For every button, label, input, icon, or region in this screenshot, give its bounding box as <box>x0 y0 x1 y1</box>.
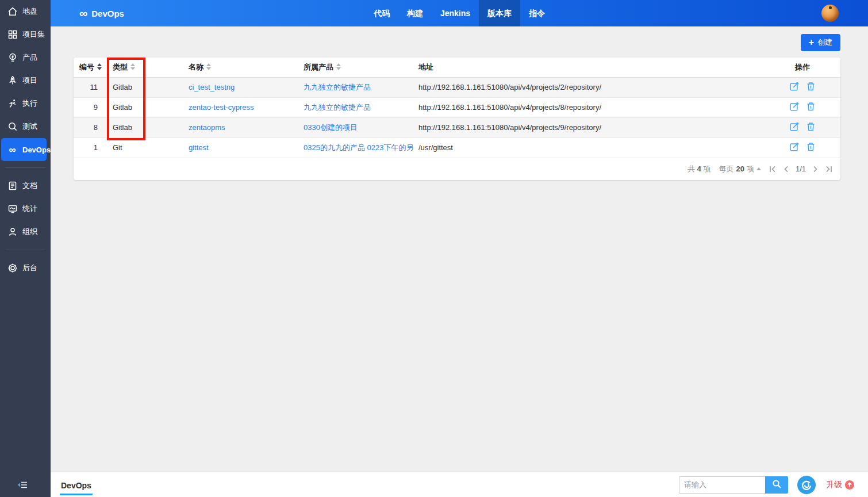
person-icon <box>7 227 18 238</box>
sidebar-item-label: 执行 <box>22 98 37 109</box>
main-content: + 创建 编号 类型 名称 所属产品 地址 操作 11 Gitlab ci_t <box>51 26 868 472</box>
search-icon <box>772 479 782 491</box>
last-page-icon[interactable] <box>825 166 832 173</box>
cell-id: 11 <box>74 77 107 97</box>
home-icon <box>7 6 18 17</box>
next-page-icon[interactable] <box>813 166 818 173</box>
delete-icon[interactable] <box>806 122 815 133</box>
app-brand-label: DevOps <box>91 9 124 18</box>
col-header-product[interactable]: 所属产品 <box>298 58 413 77</box>
product-link[interactable]: 九九独立的敏捷产品 <box>304 83 371 91</box>
tab-code[interactable]: 代码 <box>365 0 398 26</box>
col-header-type[interactable]: 类型 <box>107 58 183 77</box>
product-link[interactable]: 九九独立的敏捷产品 <box>304 103 371 112</box>
sidebar-item-program[interactable]: 项目集 <box>0 23 51 46</box>
sidebar-divider <box>5 250 45 250</box>
product-link[interactable]: 0325的九九的产品 0223下午的另 <box>304 143 413 152</box>
footer-app-tab-devops[interactable]: DevOps <box>60 475 93 495</box>
search-button[interactable] <box>765 476 788 494</box>
table-header-row: 编号 类型 名称 所属产品 地址 操作 <box>74 58 840 77</box>
col-header-id[interactable]: 编号 <box>74 58 107 77</box>
repository-table-card: 编号 类型 名称 所属产品 地址 操作 11 Gitlab ci_test_te… <box>74 58 840 180</box>
cell-type: Gitlab <box>107 117 183 137</box>
edit-icon[interactable] <box>790 142 799 153</box>
repo-name-link[interactable]: zentao-test-cypress <box>189 103 254 112</box>
infinity-icon: ∞ <box>79 7 87 20</box>
sidebar-item-product[interactable]: 产品 <box>0 46 51 69</box>
per-page-selector[interactable]: 每页 20 项 <box>719 164 761 174</box>
footer-bar: DevOps 升级 <box>51 472 868 497</box>
sidebar-item-dashboard[interactable]: 地盘 <box>0 0 51 23</box>
zentao-logo-icon[interactable] <box>797 476 816 494</box>
user-avatar[interactable] <box>821 5 839 22</box>
caret-up-icon <box>756 167 761 170</box>
plus-icon: + <box>809 38 814 47</box>
upgrade-label: 升级 <box>826 480 842 490</box>
edit-icon[interactable] <box>790 102 799 113</box>
tab-repository[interactable]: 版本库 <box>479 0 520 26</box>
sort-icon[interactable] <box>206 63 211 70</box>
sidebar-collapse-icon[interactable] <box>17 480 29 492</box>
table-row: 1 Git gittest 0325的九九的产品 0223下午的另 /usr/g… <box>74 137 840 158</box>
sidebar-item-label: 地盘 <box>22 6 37 17</box>
footer-search <box>679 476 788 494</box>
cell-url: /usr/gittest <box>413 137 765 158</box>
sidebar-item-admin[interactable]: 后台 <box>0 257 51 280</box>
sidebar: 地盘 项目集 产品 项目 执行 测试 ∞ DevOps <box>0 0 51 497</box>
tab-command[interactable]: 指令 <box>520 0 554 26</box>
cell-url: http://192.168.1.161:51080/api/v4/projec… <box>413 77 765 97</box>
edit-icon[interactable] <box>790 122 799 133</box>
cell-id: 9 <box>74 97 107 117</box>
pagination: 共 4 项 每页 20 项 1/1 <box>74 158 840 180</box>
edit-icon[interactable] <box>790 82 799 93</box>
repo-name-link[interactable]: zentaopms <box>189 123 225 132</box>
sidebar-item-project[interactable]: 项目 <box>0 69 51 92</box>
repo-name-link[interactable]: gittest <box>189 143 209 152</box>
col-header-url: 地址 <box>413 58 765 77</box>
cell-url: http://192.168.1.161:51080/api/v4/projec… <box>413 97 765 117</box>
cell-id: 1 <box>74 137 107 158</box>
document-icon <box>7 181 18 192</box>
magnifier-icon <box>7 121 18 132</box>
prev-page-icon[interactable] <box>783 166 789 173</box>
sidebar-item-label: 文档 <box>22 181 37 191</box>
col-header-name[interactable]: 名称 <box>183 58 298 77</box>
create-button-label: 创建 <box>817 37 832 48</box>
cell-type: Gitlab <box>107 97 183 117</box>
repo-name-link[interactable]: ci_test_testng <box>189 83 235 91</box>
top-navbar: ∞ DevOps 代码 构建 Jenkins 版本库 指令 <box>51 0 868 26</box>
sidebar-item-doc[interactable]: 文档 <box>0 174 51 197</box>
upgrade-link[interactable]: 升级 <box>826 480 854 490</box>
cell-url: http://192.168.1.161:51080/api/v4/projec… <box>413 117 765 137</box>
rocket-icon <box>7 75 18 86</box>
sidebar-item-label: DevOps <box>22 146 51 154</box>
sidebar-item-devops[interactable]: ∞ DevOps <box>1 138 47 161</box>
sidebar-item-test[interactable]: 测试 <box>0 115 51 138</box>
runner-icon <box>7 98 18 109</box>
sidebar-item-label: 后台 <box>22 263 37 273</box>
tab-jenkins[interactable]: Jenkins <box>432 0 479 26</box>
product-link[interactable]: 0330创建的项目 <box>304 123 358 132</box>
sidebar-item-org[interactable]: 组织 <box>0 220 51 243</box>
navbar-tabs: 代码 构建 Jenkins 版本库 指令 <box>365 0 554 26</box>
sort-icon[interactable] <box>97 63 102 70</box>
sort-icon[interactable] <box>130 63 135 70</box>
monitor-chart-icon <box>7 204 18 215</box>
cell-type: Git <box>107 137 183 158</box>
sidebar-item-label: 项目集 <box>22 29 45 40</box>
sidebar-item-execution[interactable]: 执行 <box>0 92 51 115</box>
delete-icon[interactable] <box>806 102 815 113</box>
sidebar-item-label: 测试 <box>22 121 37 132</box>
create-button[interactable]: + 创建 <box>801 34 840 51</box>
delete-icon[interactable] <box>806 82 815 93</box>
tab-build[interactable]: 构建 <box>398 0 432 26</box>
first-page-icon[interactable] <box>769 166 777 173</box>
sidebar-item-label: 组织 <box>22 227 37 237</box>
sidebar-item-stats[interactable]: 统计 <box>0 197 51 220</box>
table-row: 8 Gitlab zentaopms 0330创建的项目 http://192.… <box>74 117 840 137</box>
sort-icon[interactable] <box>336 63 341 70</box>
sidebar-divider <box>5 167 45 168</box>
cell-id: 8 <box>74 117 107 137</box>
delete-icon[interactable] <box>806 142 815 153</box>
search-input[interactable] <box>679 476 765 494</box>
